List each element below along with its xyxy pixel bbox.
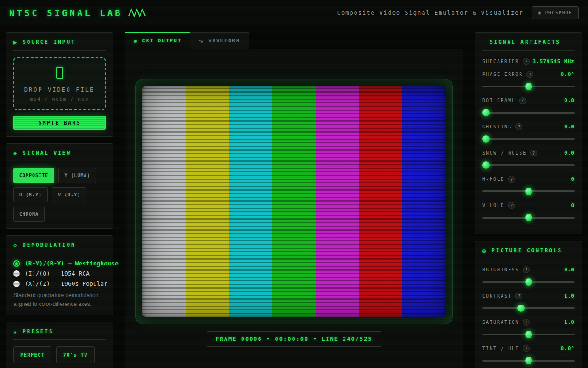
slider-thumb[interactable]	[525, 83, 532, 90]
dot-crawl-slider[interactable]	[482, 109, 575, 116]
help-icon[interactable]: ?	[508, 176, 515, 183]
help-icon[interactable]: ?	[515, 293, 522, 299]
help-icon[interactable]: ?	[526, 71, 533, 78]
preset-button-70-s-tv[interactable]: 70's TV	[56, 346, 94, 363]
v-hold-label: V-HOLD	[482, 203, 504, 208]
slider-thumb[interactable]	[525, 357, 532, 364]
demodulation-option-x-z-19[interactable]: (X)/(Z) — 1960s Popular	[13, 280, 106, 287]
crt-bezel	[135, 79, 453, 324]
tab-crt-output[interactable]: ◉CRT OUTPUT	[125, 32, 190, 49]
contrast-slider[interactable]	[482, 305, 575, 312]
control-row-dot-crawl: DOT CRAWL?0.0	[482, 96, 575, 116]
radio-icon[interactable]	[13, 281, 20, 287]
left-sidebar: ▶ SOURCE INPUT DROP VIDEO FILE mp4 / web…	[6, 32, 113, 368]
ghosting-slider[interactable]	[482, 135, 575, 143]
help-icon[interactable]: ?	[523, 319, 530, 326]
waveform-logo-icon	[128, 8, 147, 17]
signal-view-panel: ◈ SIGNAL VIEW COMPOSITEY (LUMA)U (B-Y)V …	[6, 143, 113, 229]
help-icon[interactable]: ?	[523, 266, 530, 273]
control-label-row: TINT / HUE?0.0°	[482, 344, 575, 353]
contrast-value: 1.0	[564, 293, 575, 299]
control-row-h-hold: H-HOLD?0	[482, 175, 575, 195]
viewer-column: ◉CRT OUTPUT∿WAVEFORM FRAME 00006 • 00:00…	[125, 32, 463, 368]
play-icon: ▶	[13, 40, 18, 45]
signal-artifacts-title: SIGNAL ARTIFACTS	[490, 39, 560, 45]
preset-button-perfect[interactable]: PERFECT	[13, 346, 51, 363]
slider-thumb[interactable]	[482, 135, 490, 143]
phosphor-toggle-button[interactable]: ◉ PHOSPHOR	[532, 6, 579, 19]
dot-crawl-value: 0.0	[564, 98, 575, 104]
tint-hue-label: TINT / HUE	[482, 346, 519, 351]
radio-label: (X)/(Z) — 1960s Popular	[25, 280, 107, 287]
slider-thumb[interactable]	[482, 109, 490, 116]
saturation-slider[interactable]	[482, 331, 575, 338]
diamond-outline-icon: ◇	[13, 242, 18, 248]
presets-title: PRESETS	[23, 328, 53, 334]
tint-hue-slider[interactable]	[482, 357, 575, 364]
contrast-label: CONTRAST	[482, 293, 512, 299]
subcarrier-value: 3.579545 MHz	[533, 58, 575, 64]
control-label-row: SNOW / NOISE?0.0	[482, 149, 575, 157]
demodulation-description: Standard quadrature demodulation aligned…	[13, 291, 106, 308]
slider-thumb[interactable]	[525, 188, 532, 195]
demodulation-option-i-q-19[interactable]: (I)/(Q) — 1954 RCA	[13, 270, 106, 277]
smpte-bar-6	[402, 86, 446, 317]
help-icon[interactable]: ?	[530, 150, 537, 156]
signal-view-button-chroma[interactable]: CHROMA	[13, 207, 45, 222]
signal-view-button-v-r-y[interactable]: V (R-Y)	[52, 187, 86, 202]
tab-waveform[interactable]: ∿WAVEFORM	[190, 32, 249, 49]
demodulation-title: DEMODULATION	[23, 242, 75, 248]
demodulation-option-r-y-b-y[interactable]: (R-Y)/(B-Y) — Westinghouse	[13, 260, 106, 267]
video-dropzone[interactable]: DROP VIDEO FILE mp4 / webm / mov	[13, 57, 106, 110]
control-row-subcarrier: SUBCARRIER?3.579545 MHz	[482, 57, 575, 66]
help-icon[interactable]: ?	[523, 345, 530, 352]
saturation-value: 1.0	[564, 319, 575, 325]
help-icon[interactable]: ?	[515, 123, 522, 130]
signal-artifacts-panel: SIGNAL ARTIFACTS SUBCARRIER?3.579545 MHz…	[475, 32, 582, 234]
slider-thumb[interactable]	[482, 161, 490, 169]
signal-view-buttons: COMPOSITEY (LUMA)U (B-Y)V (R-Y)CHROMA	[13, 168, 106, 222]
signal-view-button-composite[interactable]: COMPOSITE	[13, 168, 54, 183]
snow-noise-value: 0.0	[564, 150, 575, 156]
waveform-icon: ∿	[198, 38, 204, 44]
slider-thumb[interactable]	[525, 331, 532, 338]
brightness-slider[interactable]	[482, 278, 575, 286]
signal-view-button-u-b-y[interactable]: U (B-Y)	[13, 187, 48, 202]
control-label-row: DOT CRAWL?0.0	[482, 96, 575, 105]
signal-view-button-y-luma[interactable]: Y (LUMA)	[58, 168, 96, 183]
preset-buttons: PERFECT70's TVRABBIT EARSBROKEN SETNTSC™	[13, 346, 106, 368]
v-hold-slider[interactable]	[482, 214, 575, 221]
radio-icon[interactable]	[13, 270, 20, 277]
slider-track[interactable]	[482, 112, 575, 114]
snow-noise-slider[interactable]	[482, 161, 575, 169]
help-icon[interactable]: ?	[523, 58, 530, 65]
help-icon[interactable]: ?	[508, 202, 515, 209]
control-label-row: PHASE ERROR?0.0°	[482, 70, 575, 79]
control-label-row: V-HOLD?0	[482, 201, 575, 210]
help-icon[interactable]: ?	[519, 97, 526, 104]
h-hold-slider[interactable]	[482, 188, 575, 195]
control-row-ghosting: GHOSTING?0.0	[482, 122, 575, 143]
smpte-bar-3	[272, 86, 316, 317]
control-row-snow-noise: SNOW / NOISE?0.0	[482, 149, 575, 169]
radio-icon[interactable]	[13, 260, 20, 267]
viewer-tabbar: ◉CRT OUTPUT∿WAVEFORM	[125, 32, 463, 49]
picture-controls-list: BRIGHTNESS?0.0CONTRAST?1.0SATURATION?1.0…	[482, 265, 575, 364]
slider-track[interactable]	[482, 164, 575, 166]
divider	[13, 253, 106, 253]
demodulation-options: (R-Y)/(B-Y) — Westinghouse(I)/(Q) — 1954…	[13, 260, 106, 287]
slider-thumb[interactable]	[517, 305, 525, 312]
smpte-bars-button[interactable]: SMPTE BARS	[13, 116, 106, 130]
slider-thumb[interactable]	[525, 278, 532, 286]
slider-track[interactable]	[482, 307, 575, 309]
app-subtitle: Composite Video Signal Emulator & Visual…	[337, 10, 524, 16]
phosphor-label: PHOSPHOR	[545, 11, 572, 15]
slider-thumb[interactable]	[525, 214, 532, 221]
control-label-row: BRIGHTNESS?0.0	[482, 265, 575, 274]
control-row-phase-error: PHASE ERROR?0.0°	[482, 70, 575, 90]
phosphor-dot-icon: ◉	[538, 11, 542, 15]
picture-controls-title: PICTURE CONTROLS	[492, 247, 562, 253]
phase-error-slider[interactable]	[482, 83, 575, 90]
slider-track[interactable]	[482, 138, 575, 140]
source-input-panel: ▶ SOURCE INPUT DROP VIDEO FILE mp4 / web…	[6, 32, 113, 137]
